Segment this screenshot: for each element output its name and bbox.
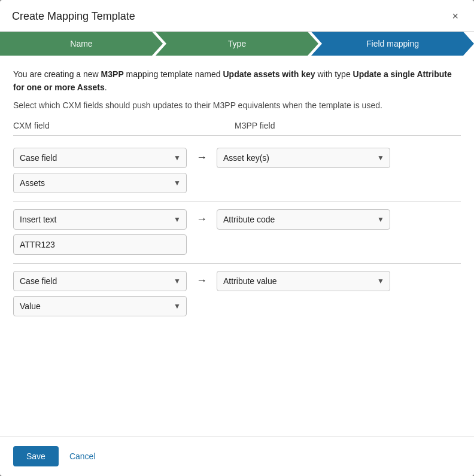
close-button[interactable]: ×: [448, 10, 462, 23]
desc-middle: mapping template named: [124, 69, 223, 79]
row3-sub-cxm-select[interactable]: Assets Value: [13, 296, 187, 316]
row3-cxm-select[interactable]: Case field Insert text: [13, 271, 187, 291]
row3-sub-cxm-select-wrapper: Assets Value ▼: [13, 296, 187, 316]
save-button[interactable]: Save: [13, 446, 59, 466]
mapping-row-3: Case field Insert text ▼ → Asset key(s) …: [13, 264, 461, 325]
sub-description: Select which CXM fields should push upda…: [13, 100, 461, 110]
step-type-label: Type: [228, 39, 246, 48]
row1-sub-cxm-select-wrapper: Assets Value ▼: [13, 173, 187, 193]
mapping-row-1-top: Case field Insert text ▼ → Asset key(s) …: [13, 148, 461, 168]
row3-m3pp-select[interactable]: Asset key(s) Attribute code Attribute va…: [217, 271, 390, 291]
row2-text-input[interactable]: [13, 234, 187, 255]
step-name-label: Name: [70, 39, 92, 48]
description: You are creating a new M3PP mapping temp…: [13, 68, 461, 94]
modal-title: Create Mapping Template: [12, 10, 135, 23]
row1-m3pp-select[interactable]: Asset key(s) Attribute code Attribute va…: [217, 148, 390, 168]
row3-m3pp-select-wrapper: Asset key(s) Attribute code Attribute va…: [217, 271, 390, 291]
row1-sub-cxm-select[interactable]: Assets Value: [13, 173, 187, 193]
step-field-label: Field mapping: [366, 39, 419, 48]
mapping-row-1: Case field Insert text ▼ → Asset key(s) …: [13, 141, 461, 202]
row2-cxm-select[interactable]: Case field Insert text: [13, 209, 187, 230]
header-divider: [13, 135, 461, 136]
mapping-row-3-top: Case field Insert text ▼ → Asset key(s) …: [13, 271, 461, 291]
desc-type-prefix: with type: [315, 69, 353, 79]
desc-prefix: You are creating a new: [13, 69, 101, 79]
columns-header: CXM field M3PP field: [13, 121, 461, 130]
row2-cxm-select-wrapper: Case field Insert text ▼: [13, 209, 187, 230]
m3pp-column-label: M3PP field: [235, 121, 461, 130]
create-mapping-template-modal: Create Mapping Template × Name Type Fiel…: [0, 0, 474, 476]
row1-arrow-icon: →: [196, 151, 207, 164]
row2-m3pp-select[interactable]: Asset key(s) Attribute code Attribute va…: [217, 209, 390, 230]
row2-m3pp-select-wrapper: Asset key(s) Attribute code Attribute va…: [217, 209, 390, 230]
row3-arrow-icon: →: [196, 274, 207, 287]
row1-m3pp-select-wrapper: Asset key(s) Attribute code Attribute va…: [217, 148, 390, 168]
mapping-row-2: Case field Insert text ▼ → Asset key(s) …: [13, 202, 461, 264]
mapping-row-2-top: Case field Insert text ▼ → Asset key(s) …: [13, 209, 461, 230]
desc-brand: M3PP: [101, 69, 124, 79]
cancel-button[interactable]: Cancel: [65, 446, 101, 466]
row1-cxm-select-wrapper: Case field Insert text ▼: [13, 148, 187, 168]
modal-header: Create Mapping Template ×: [0, 0, 474, 32]
stepper: Name Type Field mapping: [0, 32, 474, 56]
desc-template-name: Update assets with key: [223, 69, 315, 79]
modal-footer: Save Cancel: [0, 436, 474, 476]
modal-body: You are creating a new M3PP mapping temp…: [0, 56, 474, 436]
row3-cxm-select-wrapper: Case field Insert text ▼: [13, 271, 187, 291]
step-type[interactable]: Type: [156, 32, 318, 56]
row3-sub-select-wrapper: Assets Value ▼: [13, 296, 461, 316]
step-name[interactable]: Name: [0, 32, 163, 56]
row1-sub-select-wrapper: Assets Value ▼: [13, 173, 461, 193]
step-field-mapping[interactable]: Field mapping: [311, 32, 474, 56]
row1-cxm-select[interactable]: Case field Insert text: [13, 148, 187, 168]
cxm-column-label: CXM field: [13, 121, 199, 130]
desc-type-suffix: .: [105, 83, 107, 92]
row2-arrow-icon: →: [196, 213, 207, 225]
